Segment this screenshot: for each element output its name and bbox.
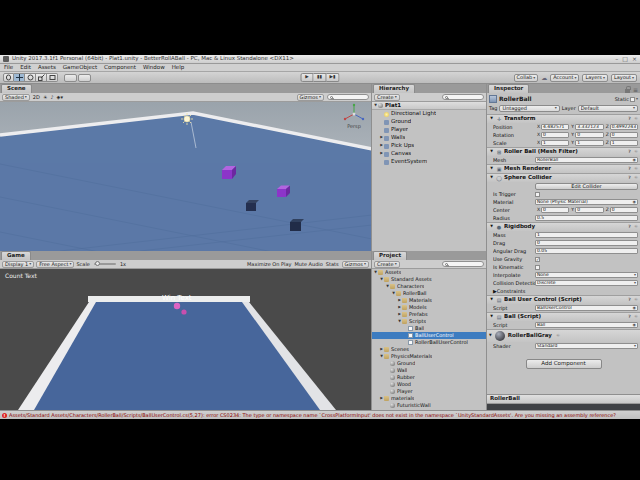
project-item[interactable]: ▼Assets: [372, 269, 486, 276]
component-header[interactable]: ▼⊞Roller Ball (Mesh Filter)?☼: [487, 147, 640, 156]
display-dropdown[interactable]: Display 1▾: [2, 261, 34, 268]
hierarchy-item[interactable]: Player: [372, 126, 486, 134]
help-icon[interactable]: ?: [628, 167, 631, 172]
cloud-icon[interactable]: ☁: [541, 75, 547, 81]
mute-audio-toggle[interactable]: Mute Audio: [294, 262, 322, 267]
game-gizmos-dropdown[interactable]: Gizmos▾: [342, 261, 369, 268]
material-header[interactable]: ▼ RollerBallGray ☼: [487, 329, 640, 342]
number-field[interactable]: 0: [575, 207, 603, 213]
collab-dropdown[interactable]: Collab▾: [514, 74, 539, 82]
number-field[interactable]: 1: [575, 140, 603, 146]
component-header[interactable]: ▼✛Transform?☼: [487, 114, 640, 123]
gear-icon[interactable]: ☼: [634, 298, 638, 303]
project-item[interactable]: Wall: [372, 367, 486, 374]
fold-arrow[interactable]: ▼: [489, 176, 494, 180]
maximize-on-play-toggle[interactable]: Maximize On Play: [247, 262, 291, 267]
object-field[interactable]: None (Physic Material)◉: [535, 199, 638, 205]
aspect-dropdown[interactable]: Free Aspect▾: [36, 261, 74, 268]
help-icon[interactable]: ?: [628, 176, 631, 181]
project-item[interactable]: Player: [372, 388, 486, 395]
menu-help[interactable]: Help: [172, 65, 185, 71]
scene-audio-icon[interactable]: ♪: [50, 95, 53, 100]
hierarchy-create-dropdown[interactable]: Create▾: [374, 94, 400, 101]
game-view[interactable]: Count Text Win Text: [0, 269, 371, 410]
project-item[interactable]: Wood: [372, 381, 486, 388]
object-picker-icon[interactable]: ◉: [633, 306, 637, 310]
hierarchy-item[interactable]: EventSystem: [372, 158, 486, 166]
pivot-toggle-button[interactable]: [64, 74, 77, 82]
number-field[interactable]: 0: [610, 132, 638, 138]
project-item[interactable]: ▶Scenes: [372, 346, 486, 353]
move-tool-button[interactable]: [14, 73, 25, 82]
project-item[interactable]: Ground: [372, 360, 486, 367]
project-item[interactable]: ▼PhysicsMaterials: [372, 353, 486, 360]
help-icon[interactable]: ?: [628, 298, 631, 303]
tab-scene[interactable]: Scene: [1, 84, 32, 93]
tab-game[interactable]: Game: [1, 251, 31, 260]
number-field[interactable]: 3.332123: [575, 124, 603, 130]
help-icon[interactable]: ?: [628, 225, 631, 230]
number-field[interactable]: 0.05: [535, 248, 638, 254]
fold-arrow[interactable]: ▼: [489, 150, 494, 154]
menu-component[interactable]: Component: [104, 65, 136, 71]
layers-dropdown[interactable]: Layers▾: [582, 74, 608, 82]
help-icon[interactable]: ?: [628, 117, 631, 122]
tab-hierarchy[interactable]: Hierarchy: [373, 84, 415, 93]
handle-rotation-toggle-button[interactable]: [78, 74, 91, 82]
chevron-down-icon[interactable]: ▾: [636, 97, 638, 101]
gear-icon[interactable]: ☼: [634, 225, 638, 230]
number-field[interactable]: 1: [610, 140, 638, 146]
project-item[interactable]: FuturisticWall: [372, 402, 486, 409]
component-header[interactable]: ▼▣Mesh Renderer?☼: [487, 164, 640, 173]
object-picker-icon[interactable]: ◉: [633, 158, 637, 162]
rect-tool-button[interactable]: [47, 73, 58, 82]
minimize-button[interactable]: –: [615, 56, 618, 62]
fold-arrow[interactable]: ▼: [489, 298, 494, 302]
add-component-button[interactable]: Add Component: [526, 359, 602, 369]
hierarchy-item[interactable]: Ground: [372, 118, 486, 126]
hand-tool-button[interactable]: [3, 73, 14, 82]
component-header[interactable]: ▼◯Sphere Collider?☼: [487, 173, 640, 182]
component-header[interactable]: ▼●Rigidbody?☼: [487, 222, 640, 231]
rotate-tool-button[interactable]: [25, 73, 36, 82]
layout-dropdown[interactable]: Layout▾: [611, 74, 637, 82]
scale-tool-button[interactable]: [36, 73, 47, 82]
toggle-2d-button[interactable]: 2D: [33, 95, 40, 100]
number-field[interactable]: 1: [535, 232, 638, 238]
object-field[interactable]: Ball◉: [535, 322, 638, 328]
dropdown-field[interactable]: Discrete▾: [535, 280, 638, 286]
scene-gizmos-dropdown[interactable]: Gizmos▾: [297, 94, 324, 101]
tag-dropdown[interactable]: Untagged▾: [499, 105, 559, 112]
project-item[interactable]: ▶Materials: [372, 297, 486, 304]
number-field[interactable]: 0: [541, 132, 569, 138]
project-item[interactable]: ▼RollerBall: [372, 290, 486, 297]
maximize-button[interactable]: □: [622, 56, 628, 62]
project-item[interactable]: ▼Characters: [372, 283, 486, 290]
tab-inspector[interactable]: Inspector: [488, 84, 529, 93]
gear-icon[interactable]: ☼: [556, 334, 560, 339]
hierarchy-item[interactable]: ▼Plat1: [372, 102, 486, 110]
persp-label[interactable]: Persp: [347, 123, 361, 130]
scene-view[interactable]: Persp: [0, 102, 371, 251]
gear-icon[interactable]: ☼: [634, 176, 638, 181]
draw-mode-dropdown[interactable]: Shaded▾: [2, 94, 30, 101]
project-create-dropdown[interactable]: Create▾: [374, 261, 400, 268]
tab-project[interactable]: Project: [373, 251, 407, 260]
number-field[interactable]: 4.482571: [541, 124, 569, 130]
close-button[interactable]: ×: [632, 56, 637, 62]
play-button[interactable]: ▶: [301, 73, 314, 82]
scene-viewport[interactable]: Persp: [0, 102, 371, 251]
scene-search-input[interactable]: [327, 94, 369, 100]
scale-slider-knob[interactable]: [95, 261, 100, 266]
checkbox[interactable]: [535, 265, 540, 270]
component-header[interactable]: ▼▤Ball (Script)?☼: [487, 312, 640, 321]
status-bar[interactable]: ! Assets/Standard Assets/Characters/Roll…: [0, 410, 640, 419]
menu-window[interactable]: Window: [143, 65, 165, 71]
stats-toggle[interactable]: Stats: [326, 262, 339, 267]
project-item[interactable]: ▼Scripts: [372, 318, 486, 325]
menu-edit[interactable]: Edit: [20, 65, 31, 71]
account-dropdown[interactable]: Account▾: [550, 74, 579, 82]
edit-collider-button[interactable]: Edit Collider: [535, 183, 638, 190]
object-picker-icon[interactable]: ◉: [633, 200, 637, 204]
fold-arrow[interactable]: ▼: [489, 315, 494, 319]
